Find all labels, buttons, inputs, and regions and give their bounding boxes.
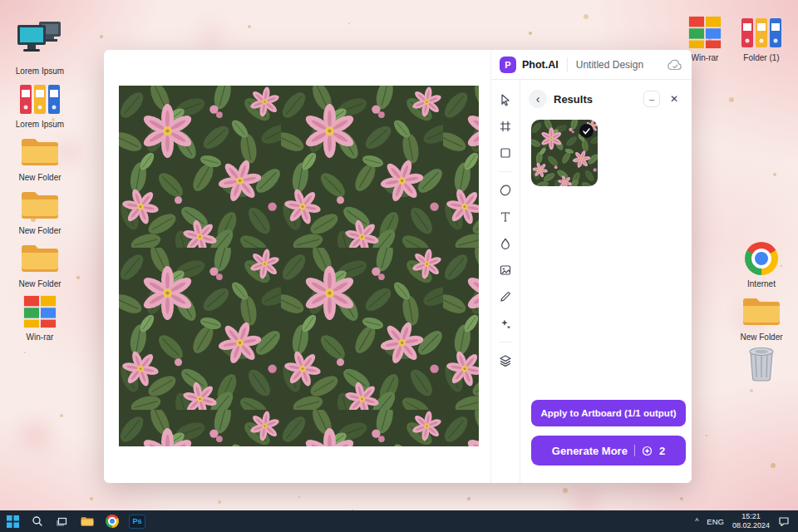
recycle-bin-icon xyxy=(736,344,786,382)
photoshop-icon-label: Ps xyxy=(129,515,145,529)
file-explorer-icon[interactable] xyxy=(75,510,100,532)
desktop-icon-label: New Folder xyxy=(736,332,786,342)
task-view-icon[interactable] xyxy=(50,510,75,532)
selected-check-icon xyxy=(579,124,594,138)
taskbar: Ps ^ ENG 15:21 08.02.2024 xyxy=(0,510,798,532)
result-thumbnail[interactable] xyxy=(531,120,598,186)
taskbar-left: Ps xyxy=(0,510,150,532)
system-tray: ^ ENG 15:21 08.02.2024 xyxy=(695,510,798,532)
date: 08.02.2024 xyxy=(732,521,770,530)
language-indicator[interactable]: ENG xyxy=(707,517,724,526)
desktop-icon-winrar[interactable]: Win-rar xyxy=(10,293,70,342)
divider xyxy=(567,57,568,72)
desktop-icon-computer[interactable]: Lorem Ipsum xyxy=(10,13,70,76)
text-tool[interactable] xyxy=(497,209,514,225)
desktop-icon-folder-2[interactable]: New Folder xyxy=(10,186,70,235)
folder-icon xyxy=(10,186,70,224)
desktop-icon-recycle-bin[interactable] xyxy=(736,344,786,382)
desktop-icon-label: Lorem Ipsum xyxy=(10,66,70,76)
generate-more-button[interactable]: Generate More 2 xyxy=(531,436,686,466)
chrome-icon xyxy=(736,239,786,278)
desktop-icon-label: New Folder xyxy=(10,173,70,182)
desktop-icon-label: New Folder xyxy=(10,226,70,235)
computer-icon xyxy=(10,13,70,65)
photai-logo: P xyxy=(500,57,516,73)
clock[interactable]: 15:21 08.02.2024 xyxy=(732,512,770,530)
hidden-icons-caret[interactable]: ^ xyxy=(695,517,698,525)
desktop-icon-folder-binders[interactable]: Folder (1) xyxy=(735,13,788,62)
desktop-icon-binders[interactable]: Lorem Ipsum xyxy=(10,80,70,129)
shape-tool[interactable] xyxy=(497,182,514,199)
generate-button-label: Generate More xyxy=(552,445,628,457)
folder-icon xyxy=(736,293,786,331)
rectangle-tool[interactable] xyxy=(497,145,514,161)
select-tool[interactable] xyxy=(497,91,514,108)
desktop-icon-folder-3[interactable]: New Folder xyxy=(10,239,70,288)
image-tool[interactable] xyxy=(497,262,514,278)
folder-icon xyxy=(10,239,70,278)
document-title[interactable]: Untitled Design xyxy=(576,59,661,71)
desktop-icon-folder-1[interactable]: New Folder xyxy=(10,133,70,182)
color-tool[interactable] xyxy=(497,235,514,252)
start-button[interactable] xyxy=(0,510,25,532)
winrar-icon xyxy=(10,293,70,331)
results-title: Results xyxy=(554,93,637,106)
artboard-image[interactable] xyxy=(119,86,479,446)
results-panel: ‹ Results – ✕ Apply to Artboard (1/1 out… xyxy=(520,80,692,483)
photoshop-taskbar-icon[interactable]: Ps xyxy=(125,510,150,532)
desktop-icon-folder-right[interactable]: New Folder xyxy=(736,293,786,342)
desktop-icon-label: New Folder xyxy=(10,279,70,288)
results-header: ‹ Results – ✕ xyxy=(520,80,692,116)
desktop-icon-internet[interactable]: Internet xyxy=(736,239,786,288)
ai-magic-tool[interactable] xyxy=(497,315,514,332)
binders-icon xyxy=(10,80,70,118)
apply-button-label: Apply to Artboard (1/1 output) xyxy=(540,408,676,418)
notifications-icon[interactable] xyxy=(778,516,790,526)
search-icon[interactable] xyxy=(25,510,50,532)
credits-count: 2 xyxy=(659,445,665,457)
cloud-sync-icon xyxy=(667,58,683,71)
chrome-taskbar-icon[interactable] xyxy=(100,510,125,532)
folder-icon xyxy=(10,133,70,171)
brand-name: Phot.AI xyxy=(522,59,559,71)
apply-to-artboard-button[interactable]: Apply to Artboard (1/1 output) xyxy=(531,400,686,426)
photai-window: P Phot.AI Untitled Design xyxy=(104,50,692,483)
close-button[interactable]: ✕ xyxy=(667,91,682,106)
layers-tool[interactable] xyxy=(497,352,514,369)
desktop-icon-label: Internet xyxy=(736,279,786,288)
desktop: Lorem Ipsum Lorem Ipsum New Fol xyxy=(0,0,798,532)
pen-tool[interactable] xyxy=(497,288,514,305)
desktop-icon-label: Win-rar xyxy=(10,332,70,342)
minimize-button[interactable]: – xyxy=(643,91,660,107)
winrar-icon xyxy=(678,13,732,52)
app-header: P Phot.AI Untitled Design xyxy=(491,50,692,80)
binders-icon xyxy=(735,13,788,52)
divider xyxy=(499,342,512,342)
divider xyxy=(634,445,635,456)
divider xyxy=(499,171,512,172)
desktop-icon-label: Folder (1) xyxy=(735,53,788,62)
time: 15:21 xyxy=(732,512,770,521)
back-button[interactable]: ‹ xyxy=(529,90,547,108)
desktop-icon-label: Lorem Ipsum xyxy=(10,120,70,129)
credits-icon xyxy=(642,446,653,456)
tool-sidebar xyxy=(491,80,520,483)
frame-tool[interactable] xyxy=(497,118,514,135)
